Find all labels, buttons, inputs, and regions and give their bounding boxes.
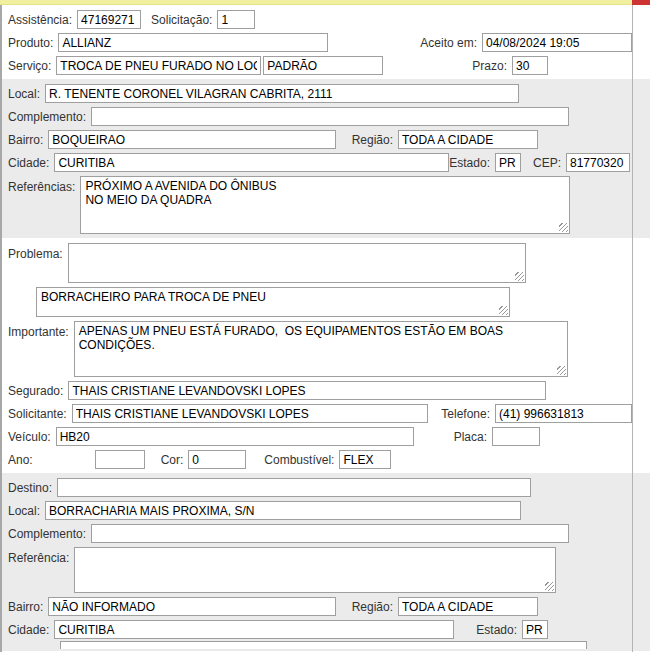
estado-cep-group: Estado: CEP: (449, 153, 630, 172)
prazo-group: Prazo: (472, 56, 548, 75)
resize-handle-icon[interactable] (515, 272, 524, 281)
referencia-destino-wrapper (74, 547, 556, 593)
combustivel-label: Combustível: (264, 451, 334, 469)
servico-tipo-field[interactable] (263, 56, 383, 75)
row-servico: Serviço: Prazo: (0, 54, 650, 77)
row-assistencia: Assistência: Solicitação: (0, 8, 650, 31)
resize-handle-icon[interactable] (557, 366, 566, 375)
solicitante-field[interactable] (72, 404, 428, 423)
importante-field[interactable]: APENAS UM PNEU ESTÁ FURADO, OS EQUIPAMEN… (74, 321, 568, 377)
row-bairro: Bairro: Região: (0, 128, 650, 151)
telefone-group: Telefone: (441, 404, 632, 423)
row-local: Local: (0, 82, 650, 105)
problema-label: Problema: (8, 245, 63, 263)
ano-field[interactable] (95, 450, 145, 469)
row-destino: Destino: (0, 476, 650, 499)
referencias-label: Referências: (8, 178, 75, 196)
estado-field[interactable] (495, 153, 521, 172)
servico-label: Serviço: (8, 57, 51, 75)
servico-field[interactable] (56, 56, 261, 75)
row-referencias: Referências: PRÓXIMO A AVENIDA DO ÔNIBUS… (0, 174, 650, 236)
segurado-label: Segurado: (8, 382, 63, 400)
cep-field[interactable] (566, 153, 630, 172)
bairro-field[interactable] (48, 130, 336, 149)
combustivel-field[interactable] (339, 450, 391, 469)
referencia-destino-label: Referência: (8, 549, 69, 567)
section-origin-address: Local: Complemento: Bairro: Região: Cida… (0, 79, 650, 238)
problema-descricao-field[interactable]: BORRACHEIRO PARA TROCA DE PNEU (36, 287, 510, 317)
aceito-em-group: Aceito em: (420, 33, 632, 52)
destino-field[interactable] (57, 478, 531, 497)
row-veiculo: Veículo: Placa: (0, 425, 650, 448)
local-field[interactable] (45, 84, 519, 103)
regiao-destino-label: Região: (352, 598, 393, 616)
importante-label: Importante: (8, 323, 69, 341)
section-assistance-header: Assistência: Solicitação: Produto: Aceit… (0, 5, 650, 79)
estado-destino-field[interactable] (522, 620, 548, 639)
row-produto: Produto: Aceito em: (0, 31, 650, 54)
aceito-em-field[interactable] (482, 33, 632, 52)
cor-label: Cor: (161, 451, 184, 469)
regiao-destino-group: Região: (352, 597, 538, 616)
panel-left-border (0, 5, 2, 652)
panel-right-border (632, 5, 633, 652)
clipped-bottom-field[interactable] (60, 641, 587, 649)
row-problema: Problema: (0, 241, 650, 285)
row-importante: Importante: APENAS UM PNEU ESTÁ FURADO, … (0, 319, 650, 379)
resize-handle-icon[interactable] (499, 306, 508, 315)
assistencia-field[interactable] (77, 10, 141, 29)
row-complemento: Complemento: (0, 105, 650, 128)
row-solicitante: Solicitante: Telefone: (0, 402, 650, 425)
veiculo-label: Veículo: (8, 428, 51, 446)
ano-label: Ano: (8, 451, 33, 469)
placa-label: Placa: (454, 428, 487, 446)
highlight-bar-yellow (0, 0, 632, 5)
regiao-group: Região: (352, 130, 538, 149)
produto-field[interactable] (58, 33, 328, 52)
resize-handle-icon[interactable] (559, 223, 568, 232)
solicitante-label: Solicitante: (8, 405, 67, 423)
complemento-destino-field[interactable] (91, 524, 569, 543)
solicitacao-label: Solicitação: (151, 11, 212, 29)
cep-label: CEP: (533, 154, 561, 172)
referencia-destino-field[interactable] (74, 547, 556, 593)
section-problem-vehicle: Problema: BORRACHEIRO PARA TROCA DE PNEU… (0, 238, 650, 473)
estado-destino-group: Estado: (476, 620, 548, 639)
local-label: Local: (8, 85, 40, 103)
prazo-field[interactable] (512, 56, 548, 75)
bairro-destino-field[interactable] (48, 597, 336, 616)
row-referencia-destino: Referência: (0, 545, 650, 595)
cor-field[interactable] (188, 450, 246, 469)
regiao-label: Região: (352, 131, 393, 149)
local-destino-field[interactable] (45, 501, 521, 520)
alert-strip (632, 0, 650, 5)
telefone-field[interactable] (495, 404, 632, 423)
regiao-destino-field[interactable] (398, 597, 538, 616)
veiculo-field[interactable] (56, 427, 414, 446)
problema-wrapper (68, 243, 526, 283)
bairro-label: Bairro: (8, 131, 43, 149)
complemento-field[interactable] (91, 107, 569, 126)
complemento-label: Complemento: (8, 108, 86, 126)
problema-field[interactable] (68, 243, 526, 283)
row-problema-descricao: BORRACHEIRO PARA TROCA DE PNEU (0, 285, 650, 319)
segurado-field[interactable] (68, 381, 546, 400)
placa-group: Placa: (454, 427, 540, 446)
cidade-destino-label: Cidade: (8, 621, 49, 639)
problema-descricao-wrapper: BORRACHEIRO PARA TROCA DE PNEU (36, 287, 510, 317)
top-highlight-bar (0, 0, 650, 5)
importante-wrapper: APENAS UM PNEU ESTÁ FURADO, OS EQUIPAMEN… (74, 321, 568, 377)
regiao-field[interactable] (398, 130, 538, 149)
solicitacao-field[interactable] (217, 10, 255, 29)
row-cidade: Cidade: Estado: CEP: (0, 151, 650, 174)
cidade-destino-field[interactable] (54, 620, 454, 639)
telefone-label: Telefone: (441, 405, 490, 423)
aceito-em-label: Aceito em: (420, 34, 477, 52)
bairro-destino-label: Bairro: (8, 598, 43, 616)
cidade-field[interactable] (54, 153, 449, 172)
resize-handle-icon[interactable] (545, 582, 554, 591)
referencias-field[interactable]: PRÓXIMO A AVENIDA DO ÔNIBUS NO MEIO DA Q… (80, 176, 570, 234)
section-destination-address: Destino: Local: Complemento: Referência:… (0, 473, 650, 651)
estado-destino-label: Estado: (476, 621, 517, 639)
placa-field[interactable] (492, 427, 540, 446)
